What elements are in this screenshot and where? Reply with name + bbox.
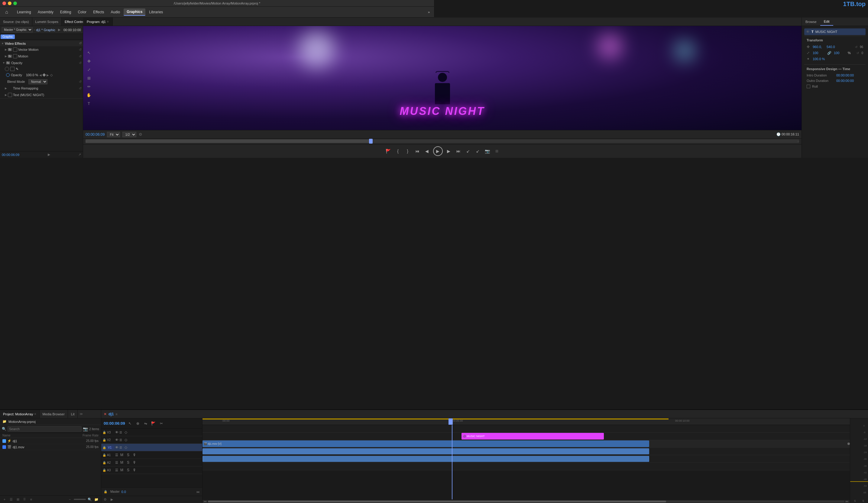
rectangle-tool[interactable] (10, 67, 14, 71)
panel-tabs: Source: (no clips) Lumetri Scopes Effect… (0, 18, 83, 26)
menu-color[interactable]: Color (75, 9, 90, 16)
mark-out-btn[interactable]: } (404, 147, 411, 155)
reset-blend-icon[interactable]: ↺ (79, 80, 82, 84)
expand-tr-icon: ▶ (5, 87, 7, 90)
tab-lumetri[interactable]: Lumetri Scopes (32, 18, 62, 26)
playbar-progress (85, 139, 371, 143)
fit-tool-btn[interactable]: ⊞ (85, 75, 92, 81)
ec-play-icon[interactable]: ▶ (48, 153, 50, 156)
time-remapping-row[interactable]: ▶ Time Remapping ↺ (0, 85, 83, 92)
tr-icon (8, 86, 12, 90)
menu-audio[interactable]: Audio (108, 9, 123, 16)
opacity-value: 100.0 % (26, 73, 38, 77)
blend-mode-row: Blend Mode Normal ↺ (0, 78, 83, 85)
menu-libraries[interactable]: Libraries (146, 9, 166, 16)
ec-header: Master * Graphic › dj1 * Graphic ▶ 00:00… (0, 26, 83, 34)
paint-tool-btn[interactable]: ✏ (85, 83, 92, 90)
dj-silhouette (430, 73, 434, 109)
fx-badge-vm: fx (8, 48, 12, 51)
master-dropdown[interactable]: Master * Graphic (2, 27, 33, 32)
pen-tool[interactable]: ✎ (16, 67, 19, 71)
video-effects-header[interactable]: ▼ Video Effects ↺ (0, 41, 83, 46)
opacity-value-row: Opacity 100.0 % ◀ ▶ ◇ (0, 72, 83, 78)
mark-in-btn[interactable]: { (394, 147, 402, 155)
reset-vm-icon[interactable]: ↺ (79, 48, 82, 52)
monitor-playbar: ○ ○ (83, 138, 434, 144)
menu-editing[interactable]: Editing (57, 9, 74, 16)
playbar-thumb[interactable] (369, 139, 373, 144)
home-button[interactable]: ⌂ (2, 8, 11, 16)
expand-opacity-icon: ▼ (2, 61, 5, 64)
reset-opacity-icon[interactable]: ↺ (79, 61, 82, 65)
keyframe-nav: ◀ ▶ (39, 73, 49, 77)
monitor-footer: 00:00:06:09 Fit 1/2 ⚙ 🕐 00:00:16:11 (83, 130, 434, 138)
tab-program[interactable]: Program: dj1 ≡ (83, 18, 113, 26)
monitor-tools: ↖ ✥ ⤢ ⊞ ✏ ✋ T (85, 49, 92, 107)
opacity-header-row[interactable]: ▼ fx Opacity ↺ (0, 60, 83, 66)
clip-name: dj1 * Graphic (36, 28, 55, 32)
settings-icon[interactable]: ⚙ (139, 132, 142, 137)
zoom-tool-btn[interactable]: ⤢ (85, 66, 92, 73)
opacity-label: Opacity (11, 73, 26, 77)
ec-timecode: 00:00:10:00 (63, 28, 81, 32)
play-btn[interactable]: ▶ (433, 146, 434, 156)
monitor-controls: 🚩 { } ⏮ ◀ ▶ ▶ ⏭ ↙ ↙ 📷 ⊞ (83, 144, 434, 158)
motion-icon (13, 54, 17, 58)
monitor-background (83, 26, 434, 130)
select-tool-btn[interactable]: ↖ (85, 49, 92, 56)
monitor-screen: MUSIC NIGHT ↖ ✥ ⤢ ⊞ ✏ ✋ T (83, 26, 434, 130)
ec-bottom-timecode: 00:00:06:09 (2, 153, 19, 156)
music-night-overlay: MUSIC NIGHT (400, 105, 434, 117)
fx-badge-motion: fx (8, 55, 12, 58)
menubar: ⌂ Learning Assembly Editing Color Effect… (0, 7, 434, 18)
ec-bottom: 00:00:06:09 ▶ ↗ (0, 151, 83, 158)
ellipse-tool[interactable] (5, 67, 9, 71)
keyframe-diamond[interactable] (43, 73, 46, 76)
reset-motion-icon[interactable]: ↺ (79, 54, 82, 58)
vector-motion-row[interactable]: ▶ fx Vector Motion ↺ (0, 46, 83, 53)
markers-btn[interactable]: 🚩 (385, 147, 392, 155)
playbar-track[interactable]: ○ ○ (85, 139, 434, 143)
center-area: Program: dj1 ≡ MUSIC NIGHT (83, 18, 434, 158)
blend-mode-select[interactable]: Normal (28, 79, 48, 84)
monitor-tabs: Program: dj1 ≡ (83, 18, 434, 26)
main-area: Source: (no clips) Lumetri Scopes Effect… (0, 18, 434, 158)
expand-text-icon: ▶ (5, 93, 7, 96)
graphic-label: Graphic (1, 34, 15, 39)
close-button[interactable] (2, 1, 6, 5)
expand-motion-icon: ▶ (5, 55, 7, 58)
go-start-btn[interactable]: ⏮ (414, 147, 421, 155)
blend-mode-label: Blend Mode (7, 80, 28, 83)
motion-row[interactable]: ▶ fx Motion ↺ (0, 53, 83, 60)
hand-tool-btn[interactable]: ✋ (85, 92, 92, 98)
ratio-select[interactable]: 1/2 (122, 132, 136, 137)
add-keyframe-icon[interactable]: ◇ (50, 73, 53, 77)
maximize-button[interactable] (13, 1, 17, 5)
menu-learning[interactable]: Learning (14, 9, 34, 16)
ec-export-icon[interactable]: ↗ (78, 153, 81, 156)
menu-graphics[interactable]: Graphics (124, 9, 145, 16)
prev-keyframe-btn[interactable]: ◀ (39, 73, 42, 77)
menu-effects[interactable]: Effects (90, 9, 107, 16)
step-back-btn[interactable]: ◀ (423, 147, 431, 155)
video-effects-group: ▼ Video Effects ↺ ▶ fx Vector Motion ↺ ▶… (0, 41, 83, 99)
expand-vm-icon: ▶ (5, 48, 7, 51)
expand-icon[interactable]: ▶ (58, 28, 60, 32)
fit-select[interactable]: Fit (107, 132, 120, 137)
next-keyframe-btn[interactable]: ▶ (46, 73, 49, 77)
text-row[interactable]: ▶ Text (MUSIC NIGHT) (0, 92, 83, 98)
reset-tr-icon[interactable]: ↺ (79, 86, 82, 90)
opacity-tools: ✎ (0, 66, 83, 72)
reset-video-icon[interactable]: ↺ (79, 41, 82, 45)
titlebar: /Users/jellyfielder/Movies/Motion Array/… (0, 0, 434, 7)
menu-more[interactable]: » (426, 9, 432, 15)
move-tool-btn[interactable]: ✥ (85, 58, 92, 64)
opacity-animate-btn[interactable] (6, 73, 10, 77)
minimize-button[interactable] (8, 1, 11, 5)
text-tool-btn[interactable]: T (85, 100, 92, 107)
traffic-lights (2, 1, 17, 5)
program-menu-icon[interactable]: ≡ (107, 20, 109, 23)
menu-assembly[interactable]: Assembly (35, 9, 56, 16)
expand-video-icon: ▼ (1, 42, 4, 45)
tab-source[interactable]: Source: (no clips) (0, 18, 32, 26)
